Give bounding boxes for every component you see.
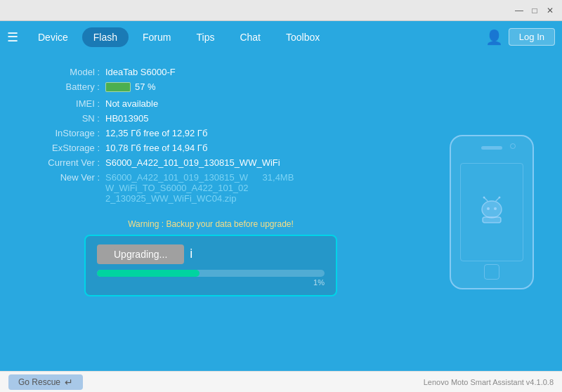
maximize-button[interactable]: □ [528, 4, 541, 17]
phone-panel [422, 53, 562, 371]
new-ver-link[interactable]: S6000_A422_101_019_130815_WW_WiFi_TO_S60… [105, 172, 249, 204]
new-ver-size: 31,4MB [263, 172, 294, 183]
instorage-value: 12,35 Гб free of 12,92 Гб [105, 128, 386, 138]
phone-screen [460, 163, 523, 261]
battery-text: 57 % [135, 81, 156, 92]
progress-bar-container [97, 270, 325, 277]
current-ver-value: S6000_A422_101_019_130815_WW_WiFi [105, 157, 386, 168]
current-ver-label: Current Ver : [35, 157, 105, 168]
progress-percent: 1% [97, 278, 325, 287]
nav-item-forum[interactable]: Forum [131, 27, 182, 47]
nav-item-device[interactable]: Device [27, 27, 79, 47]
battery-row: Battery : 57 % [35, 81, 386, 94]
nav-item-chat[interactable]: Chat [228, 27, 272, 47]
device-panel: Model : IdeaTab S6000-F Battery : 57 % I… [0, 53, 422, 371]
svg-point-6 [499, 197, 501, 199]
exstorage-row: ExStorage : 10,78 Гб free of 14,94 Гб [35, 143, 386, 153]
upgrading-button[interactable]: Upgrading... [97, 244, 184, 264]
model-row: Model : IdeaTab S6000-F [35, 67, 386, 77]
svg-point-0 [482, 201, 502, 218]
main-content: Model : IdeaTab S6000-F Battery : 57 % I… [0, 53, 562, 371]
battery-value: 57 % [105, 81, 386, 94]
info-table: Model : IdeaTab S6000-F Battery : 57 % I… [35, 67, 386, 208]
instorage-label: InStorage : [35, 128, 105, 138]
nav-right: 👤 Log In [485, 28, 555, 46]
svg-point-1 [487, 207, 490, 210]
minimize-button[interactable]: — [513, 4, 525, 17]
model-label: Model : [35, 67, 105, 77]
android-icon [474, 191, 509, 233]
new-ver-content: S6000_A422_101_019_130815_WW_WiFi_TO_S60… [105, 172, 386, 204]
nav-item-toolbox[interactable]: Toolbox [275, 27, 331, 47]
user-icon[interactable]: 👤 [485, 29, 503, 46]
upgrade-btn-row: Upgrading... i [97, 244, 325, 264]
sn-label: SN : [35, 113, 105, 124]
imei-value: Not available [105, 98, 386, 109]
nav-items: Device Flash Forum Tips Chat Toolbox [27, 27, 485, 47]
current-ver-row: Current Ver : S6000_A422_101_019_130815_… [35, 157, 386, 168]
navbar: ☰ Device Flash Forum Tips Chat Toolbox 👤… [0, 21, 562, 53]
sn-row: SN : HB013905 [35, 113, 386, 124]
battery-label: Battery : [35, 81, 105, 92]
battery-bar: 57 % [105, 81, 156, 92]
phone-speaker [481, 146, 502, 150]
sn-value: HB013905 [105, 113, 386, 124]
model-value: IdeaTab S6000-F [105, 67, 386, 77]
exstorage-label: ExStorage : [35, 143, 105, 153]
bottom-bar: Go Rescue ↵ Lenovo Moto Smart Assistant … [0, 371, 562, 392]
nav-item-flash[interactable]: Flash [82, 27, 129, 47]
close-button[interactable]: ✕ [544, 4, 556, 17]
new-ver-label: New Ver : [35, 172, 105, 183]
nav-item-tips[interactable]: Tips [185, 27, 226, 47]
svg-point-5 [483, 197, 485, 199]
svg-point-2 [494, 207, 497, 210]
phone-illustration [450, 135, 534, 289]
new-ver-row: New Ver : S6000_A422_101_019_130815_WW_W… [35, 172, 386, 204]
enter-icon: ↵ [65, 377, 73, 388]
battery-indicator [105, 82, 131, 92]
new-ver-value: S6000_A422_101_019_130815_WW_WiFi_TO_S60… [105, 172, 386, 204]
imei-row: IMEI : Not available [35, 98, 386, 109]
login-button[interactable]: Log In [509, 28, 555, 46]
menu-icon[interactable]: ☰ [7, 30, 18, 45]
imei-label: IMEI : [35, 98, 105, 109]
svg-rect-7 [483, 217, 501, 223]
upgrade-box: Upgrading... i 1% [84, 235, 337, 296]
go-rescue-label: Go Rescue [18, 377, 60, 387]
titlebar: — □ ✕ [0, 0, 562, 21]
version-text: Lenovo Moto Smart Assistant v4.1.0.8 [424, 378, 554, 386]
exstorage-value: 10,78 Гб free of 14,94 Гб [105, 143, 386, 153]
go-rescue-button[interactable]: Go Rescue ↵ [8, 374, 83, 390]
info-dot: i [190, 247, 192, 261]
phone-home-button [484, 264, 499, 280]
progress-bar-fill [97, 270, 200, 277]
phone-camera [510, 143, 516, 149]
warning-text: Warning : Backup your data before upgrad… [128, 219, 294, 229]
instorage-row: InStorage : 12,35 Гб free of 12,92 Гб [35, 128, 386, 138]
